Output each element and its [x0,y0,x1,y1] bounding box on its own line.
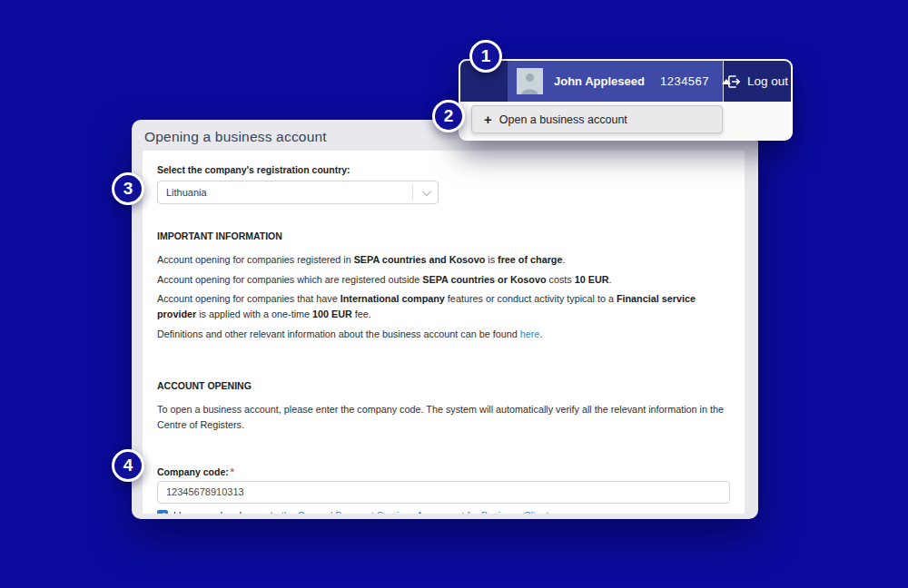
user-menu-trigger[interactable]: John Appleseed 1234567 [508,61,723,102]
text-run: features or conduct activity typical to … [445,293,617,304]
agreement-checkbox-label: I have read and accept [173,510,273,514]
text-run: is applied with a one-time [196,309,312,319]
open-business-account-label: Open a business account [499,113,627,126]
text-run: 10 EUR [575,274,609,285]
text-run: Definitions and other relevant informati… [157,328,520,339]
info-paragraph-1: Account opening for companies registered… [157,252,730,268]
country-select-label: Select the company's registration countr… [157,164,730,175]
user-account-id: 1234567 [660,74,709,88]
step-badge-2: 2 [432,100,465,132]
agreement-link[interactable]: the General Payment Services Agreement f… [281,510,554,514]
panel-content-card: Select the company's registration countr… [143,151,745,514]
agreement-checkbox[interactable]: ✓ [157,510,168,514]
info-paragraph-4: Definitions and other relevant informati… [157,327,730,342]
logout-icon [726,74,741,89]
text-run: fee. [352,309,371,319]
navbar: John Appleseed 1234567 Log out [460,61,791,102]
country-select-value: Lithuania [158,187,412,198]
page-title: Opening a business account [144,129,327,145]
info-paragraph-3: Account opening for companies that have … [157,291,730,322]
step-badge-4: 4 [112,449,144,482]
info-paragraph-2: Account opening for companies which are … [157,272,730,288]
text-run: free of charge [498,254,562,265]
company-code-input[interactable] [157,481,730,504]
text-run: . [609,274,612,285]
country-select[interactable]: Lithuania [157,181,439,204]
open-business-account-menu-item[interactable]: + Open a business account [471,105,723,133]
text-run: costs [546,274,574,285]
person-icon [517,68,543,94]
account-opening-paragraph: To open a business account, please enter… [157,402,730,433]
step-badge-1: 1 [469,40,502,73]
company-code-label: Company code:* [157,466,730,477]
plus-icon: + [484,113,492,126]
country-select-toggle[interactable] [413,190,438,196]
text-run: SEPA countries and Kosovo [354,254,486,265]
chevron-down-icon [422,187,431,196]
text-run: Account opening for companies which are … [157,274,422,285]
text-run: . [562,254,565,265]
logout-button[interactable]: Log out [723,61,791,102]
text-run: SEPA countries or Kosovo [422,274,546,285]
required-asterisk: * [231,466,234,477]
text-run: is [485,254,498,265]
text-run: 100 EUR [312,309,352,319]
logout-label: Log out [747,74,788,88]
step-badge-3: 3 [112,172,144,205]
account-opening-heading: ACCOUNT OPENING [157,380,730,391]
text-run: Company code: [157,466,229,477]
user-name: John Appleseed [554,74,645,88]
avatar [517,68,543,94]
here-link[interactable]: here [520,328,540,339]
user-dropdown-panel: + Open a business account [460,102,791,139]
text-run: International company [340,293,445,304]
text-run: Account opening for companies that have [157,293,340,304]
important-information-heading: IMPORTANT INFORMATION [157,230,730,241]
text-run: Account opening for companies registered… [157,254,354,265]
user-session-widget: John Appleseed 1234567 Log out + Open a … [459,59,793,141]
text-run: . [539,328,542,339]
business-account-panel: Opening a business account Select the co… [132,120,758,519]
agreement-checkbox-row: ✓ I have read and accept the General Pay… [157,510,730,514]
